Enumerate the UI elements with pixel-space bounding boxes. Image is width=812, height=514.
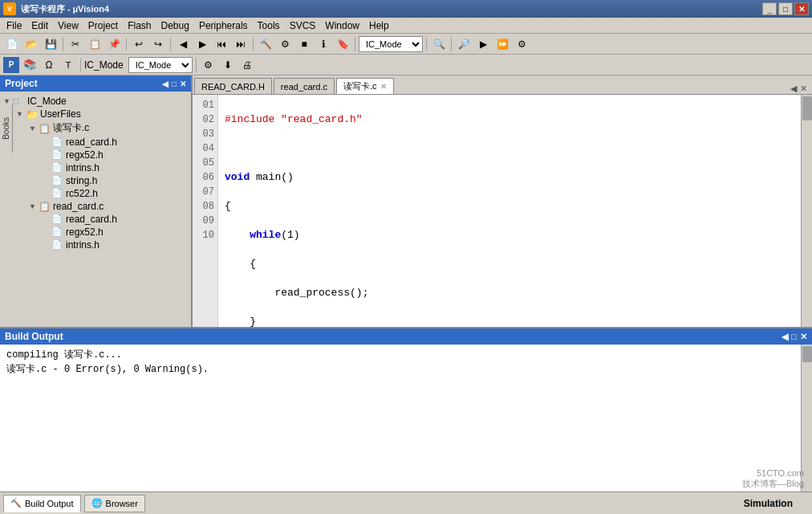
options-button[interactable]: ⚙ — [513, 36, 530, 52]
tree-item-string-h[interactable]: ▶ 📄 string.h — [0, 174, 191, 187]
toolbar2-label: IC_Mode — [84, 59, 124, 71]
code-editor[interactable]: #include "read_card.h" void main() { whi… — [218, 95, 801, 327]
maximize-button[interactable]: □ — [778, 2, 793, 15]
tab-readcard-h[interactable]: READ_CARD.H — [194, 78, 272, 94]
menu-edit[interactable]: Edit — [26, 19, 53, 32]
tab-close-btn[interactable]: ✕ — [800, 84, 807, 94]
tab-scroll-left[interactable]: ◀ — [790, 84, 797, 94]
tree-item-readcard-h-2[interactable]: ▶ 📄 read_card.h — [0, 213, 191, 226]
separator5 — [355, 37, 355, 51]
code-line-2 — [225, 141, 794, 156]
copy-button[interactable]: 📋 — [86, 36, 104, 52]
menu-file[interactable]: File — [2, 19, 26, 32]
nav-back-button[interactable]: ◀ — [174, 36, 192, 52]
sidebar-title: Project — [5, 78, 38, 89]
run-button[interactable]: ▶ — [474, 36, 492, 52]
app-title: 读写卡程序 - µVision4 — [21, 3, 109, 15]
menu-window[interactable]: Window — [320, 19, 364, 32]
tree-label-regx2: regx52.h — [66, 226, 104, 238]
menu-project[interactable]: Project — [83, 19, 123, 32]
tree-item-regx52-h-2[interactable]: ▶ 📄 regx52.h — [0, 226, 191, 239]
tab-rwka-c-close[interactable]: ✕ — [380, 82, 387, 91]
tab-build-output[interactable]: 🔨 Build Output — [3, 495, 81, 512]
step-button[interactable]: ⏩ — [493, 36, 511, 52]
zoom-in-button[interactable]: 🔎 — [455, 36, 473, 52]
tab-bar: READ_CARD.H read_card.c 读写卡.c ✕ ◀ ✕ — [193, 75, 812, 95]
paste-button[interactable]: 📌 — [105, 36, 123, 52]
tree-label-intrins1: intrins.h — [66, 162, 99, 173]
window-controls[interactable]: _ □ ✕ — [762, 2, 809, 15]
close-button[interactable]: ✕ — [794, 2, 809, 15]
build-output-close-btn[interactable]: ✕ — [800, 332, 807, 342]
nav-back2-button[interactable]: ⏮ — [213, 36, 230, 52]
tree-item-rc522-h[interactable]: ▶ 📄 rc522.h — [0, 187, 191, 200]
download-btn[interactable]: ⬇ — [219, 57, 237, 73]
build-output-controls[interactable]: ◀ □ ✕ — [782, 332, 807, 342]
project-btn[interactable]: P — [3, 57, 19, 73]
tab-readcard-c[interactable]: read_card.c — [274, 78, 335, 94]
sidebar-restore-btn[interactable]: □ — [172, 80, 177, 88]
build-output-pin-btn[interactable]: ◀ — [782, 332, 788, 342]
save-button[interactable]: 💾 — [42, 36, 59, 52]
redo-button[interactable]: ↪ — [149, 36, 167, 52]
tab-browser[interactable]: 🌐 Browser — [84, 495, 145, 512]
stop-btn[interactable]: ■ — [295, 36, 313, 52]
minimize-button[interactable]: _ — [762, 2, 777, 15]
tree-item-icmode[interactable]: ▼ □ IC_Mode — [0, 95, 191, 108]
cut-button[interactable]: ✂ — [67, 36, 84, 52]
build-output-content[interactable]: compiling 读写卡.c... 读写卡.c - 0 Error(s), 0… — [0, 345, 801, 492]
tree-item-userfiles[interactable]: ▼ 📁 UserFiles — [0, 108, 191, 120]
editor-vertical-scrollbar[interactable] — [801, 95, 812, 327]
undo-button[interactable]: ↩ — [130, 36, 148, 52]
menu-svcs[interactable]: SVCS — [285, 19, 321, 32]
build-output-header: Build Output ◀ □ ✕ — [0, 328, 812, 345]
menu-peripherals[interactable]: Peripherals — [194, 19, 253, 32]
sidebar-close-btn[interactable]: ✕ — [180, 80, 186, 88]
build-all-btn[interactable]: ⚙ — [276, 36, 294, 52]
mode-dropdown[interactable]: IC_Mode — [128, 57, 193, 73]
code-line-7: read_process(); — [225, 286, 794, 300]
tree-item-intrins-h-2[interactable]: ▶ 📄 intrins.h — [0, 239, 191, 251]
bookmark-btn[interactable]: 🔖 — [334, 36, 351, 52]
print-btn[interactable]: 🖨 — [238, 57, 256, 73]
tab-bar-right: ◀ ✕ — [790, 84, 810, 94]
target-dropdown[interactable]: IC_Mode — [359, 36, 423, 52]
menu-view[interactable]: View — [53, 19, 83, 32]
build-tab-icon: 🔨 — [10, 498, 22, 508]
menu-tools[interactable]: Tools — [253, 19, 285, 32]
tree-item-readcard-h-1[interactable]: ▶ 📄 read_card.h — [0, 136, 191, 149]
build-btn[interactable]: 🔨 — [257, 36, 274, 52]
info-btn[interactable]: ℹ — [315, 36, 332, 52]
tree-label-intrins2: intrins.h — [66, 239, 99, 251]
tree-item-intrins-h-1[interactable]: ▶ 📄 intrins.h — [0, 161, 191, 174]
status-simulation: Simulation — [744, 498, 793, 509]
nav-fwd-button[interactable]: ▶ — [193, 36, 211, 52]
menu-help[interactable]: Help — [364, 19, 394, 32]
menu-flash[interactable]: Flash — [123, 19, 156, 32]
separator3 — [170, 37, 171, 51]
compile-btn[interactable]: ⚙ — [200, 57, 217, 73]
menu-debug[interactable]: Debug — [156, 19, 194, 32]
functions-btn[interactable]: Ω — [40, 57, 58, 73]
tree-item-rwka-c[interactable]: ▼ 📋 读写卡.c — [0, 120, 191, 136]
nav-fwd2-button[interactable]: ⏭ — [232, 36, 250, 52]
open-button[interactable]: 📂 — [22, 36, 40, 52]
new-file-button[interactable]: 📄 — [3, 36, 21, 52]
separator4 — [253, 37, 254, 51]
tree-item-readcard-c[interactable]: ▼ 📋 read_card.c — [0, 200, 191, 213]
tab-rwka-c[interactable]: 读写卡.c ✕ — [336, 78, 394, 94]
code-line-5: while(1) — [225, 228, 794, 243]
sidebar-content[interactable]: ▼ □ IC_Mode ▼ 📁 UserFiles ▼ — [0, 92, 191, 327]
sidebar-controls[interactable]: ◀ □ ✕ — [162, 80, 186, 88]
books-sidebar-tab[interactable]: Books — [2, 117, 10, 140]
separator2 — [126, 37, 127, 51]
tree-label-rc522: rc522.h — [66, 188, 98, 199]
tree-item-regx52-h-1[interactable]: ▶ 📄 regx52.h — [0, 149, 191, 161]
books-btn[interactable]: 📚 — [21, 57, 39, 73]
templates-btn[interactable]: T — [59, 57, 77, 73]
sidebar-pin-btn[interactable]: ◀ — [162, 80, 168, 88]
build-output-restore-btn[interactable]: □ — [791, 332, 797, 342]
editor-content[interactable]: 01 02 03 04 05 06 07 08 09 10 #include "… — [193, 95, 812, 327]
search-button[interactable]: 🔍 — [430, 36, 448, 52]
tab-readcard-c-label: read_card.c — [281, 82, 327, 92]
